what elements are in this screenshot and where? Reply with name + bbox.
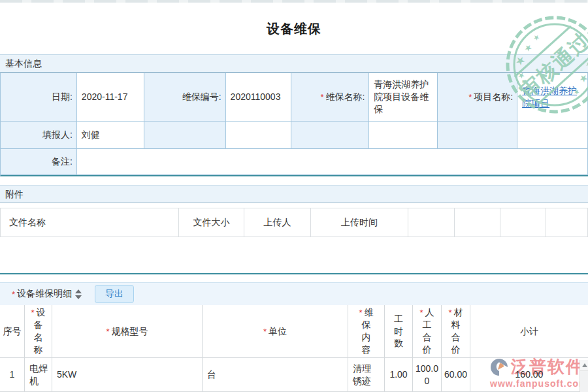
svg-text:★: ★	[522, 42, 534, 54]
maintenance-name-label: *维保名称:	[291, 73, 370, 122]
header-labor-total: *人 工 合 价	[413, 305, 442, 357]
header-maintenance-content: *维 保 内 容	[348, 305, 385, 357]
date-label: 日期:	[1, 73, 77, 122]
col-upload-time: 上传时间	[311, 208, 408, 237]
header-device-name: *设 备 名 称	[25, 305, 52, 357]
maintenance-no-label: 维保编号:	[144, 73, 226, 122]
empty-label-cell	[144, 122, 226, 149]
empty-value-cell	[226, 122, 291, 149]
cell-device-name: 电焊 机	[25, 358, 52, 391]
basic-row-1: 日期: 2020-11-17 维保编号: 2020110003 *维保名称: 青…	[1, 73, 588, 122]
collapse-toggle-icon[interactable]	[75, 289, 82, 299]
cell-labor-total: 100.00	[413, 358, 442, 391]
empty-label-cell	[438, 122, 517, 149]
detail-table-scrollbar[interactable]	[580, 360, 588, 392]
remark-label: 备注:	[1, 149, 77, 175]
project-link[interactable]: 青海洪湖养护院项目	[522, 85, 585, 110]
detail-table: 序号 *设 备 名 称 *规格型号 *单位 *维 保 内 容 工 时 数 *人 …	[0, 305, 588, 392]
cell-maintenance-content: 清理 锈迹	[348, 358, 385, 391]
empty-value-cell	[369, 122, 438, 149]
maintenance-name-value: 青海洪湖养护院项目设备维保	[369, 73, 438, 122]
col-file-name: 文件名称	[1, 208, 179, 237]
detail-section-title: 设备维保明细	[17, 288, 72, 300]
project-name-value: 青海洪湖养护院项目	[517, 73, 588, 122]
equipment-maintenance-page: 设备维保 基本信息 日期: 2020-11-17 维保编号: 202011000…	[0, 0, 588, 392]
maintenance-no-value: 2020110003	[226, 73, 291, 122]
cell-seq: 1	[0, 358, 25, 391]
project-name-label: *项目名称:	[438, 73, 517, 122]
header-unit: *单位	[203, 305, 348, 357]
basic-row-2: 填报人: 刘健	[1, 122, 588, 149]
filler-value: 刘健	[77, 122, 144, 149]
basic-row-3: 备注:	[1, 149, 588, 175]
detail-data-row: 1 电焊 机 5KW 台 清理 锈迹 1.00 100.00 60.00 160…	[0, 358, 588, 392]
page-title: 设备维保	[0, 20, 588, 38]
cell-subtotal: 160.00	[470, 358, 588, 391]
empty-value-cell	[517, 122, 588, 149]
required-asterisk: *	[12, 289, 15, 299]
remark-value	[77, 149, 588, 175]
header-work-hours: 工 时 数	[385, 305, 413, 357]
col-empty	[500, 208, 546, 237]
required-asterisk: *	[468, 92, 472, 102]
section-header-basic-info: 基本信息	[0, 54, 588, 73]
empty-label-cell	[291, 122, 370, 149]
basic-info-table: 日期: 2020-11-17 维保编号: 2020110003 *维保名称: 青…	[0, 73, 588, 176]
export-button[interactable]: 导出	[95, 285, 134, 303]
top-divider	[0, 0, 588, 3]
header-spec-model: *规格型号	[52, 305, 203, 357]
detail-header-row: 序号 *设 备 名 称 *规格型号 *单位 *维 保 内 容 工 时 数 *人 …	[0, 305, 588, 358]
date-value: 2020-11-17	[77, 73, 144, 122]
header-subtotal: 小计	[470, 305, 588, 357]
required-asterisk: *	[320, 92, 323, 102]
header-material-total: *材 料 合 价	[442, 305, 470, 357]
col-empty	[408, 208, 455, 237]
col-file-size: 文件大小	[179, 208, 244, 237]
col-empty	[546, 208, 588, 237]
filler-label: 填报人:	[1, 122, 77, 149]
attachments-header-row: 文件名称 文件大小 上传人 上传时间	[0, 208, 588, 237]
col-empty	[455, 208, 500, 237]
header-seq: 序号	[0, 305, 25, 357]
section-header-attachments: 附件	[0, 185, 588, 203]
cell-material-total: 60.00	[442, 358, 470, 391]
scroll-up-button[interactable]	[580, 360, 588, 371]
col-uploader: 上传人	[244, 208, 311, 237]
cell-unit: 台	[203, 358, 348, 391]
detail-toolbar: * 设备维保明细 导出	[0, 282, 588, 305]
cell-spec-model: 5KW	[52, 358, 203, 391]
section-divider	[0, 273, 588, 274]
cell-work-hours: 1.00	[385, 358, 413, 391]
